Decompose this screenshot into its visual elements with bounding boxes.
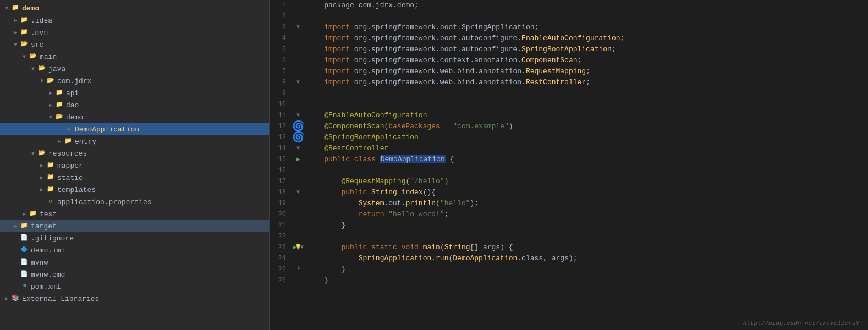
code-line-20: 20 return "hello word!"; — [270, 209, 868, 220]
code-line-22: 22 — [270, 231, 868, 242]
line-content-6: import org.springframework.context.annot… — [305, 55, 868, 66]
line-content-20: return "hello word!"; — [305, 209, 868, 220]
tree-item-pomxml[interactable]: m pom.xml — [0, 280, 269, 293]
templates-folder-icon: 📁 — [46, 185, 55, 194]
dao-folder-icon: 📁 — [55, 101, 64, 109]
tree-root[interactable]: 📁 demo — [0, 2, 269, 14]
tree-item-demoapplication[interactable]: ☕ DemoApplication — [0, 123, 269, 135]
resources-label: resources — [48, 150, 87, 158]
dao-arrow — [46, 102, 55, 108]
file-tree[interactable]: 📁 demo 📁 .idea 📁 .mvn 📂 src 📂 main 📂 jav… — [0, 0, 270, 330]
tree-item-mvn[interactable]: 📁 .mvn — [0, 26, 269, 38]
line-num-22: 22 — [270, 231, 292, 242]
tree-item-templates[interactable]: 📁 templates — [0, 184, 269, 196]
line-num-16: 16 — [270, 165, 292, 176]
templates-label: templates — [57, 186, 96, 194]
idea-label: .idea — [31, 16, 52, 25]
demoiML-icon: 🔷 — [20, 246, 29, 255]
mapper-label: mapper — [57, 162, 83, 170]
fold-25[interactable]: └ — [296, 264, 300, 275]
src-label: src — [31, 41, 43, 49]
target-arrow — [11, 223, 20, 229]
fold-11[interactable]: ▼ — [296, 110, 300, 121]
fold-23[interactable]: ▼ — [300, 242, 304, 253]
line-num-24: 24 — [270, 253, 292, 264]
tree-item-demo-folder[interactable]: 📂 demo — [0, 111, 269, 123]
tree-item-comjdrx[interactable]: 📂 com.jdrx — [0, 75, 269, 87]
mvnwcmd-label: mvnw.cmd — [31, 271, 65, 279]
code-line-23: 23 ▶ ▼ 💡 public static void main(String[… — [270, 242, 868, 253]
gutter-14: ▼ — [292, 143, 305, 154]
gutter-25: └ — [292, 264, 305, 275]
pomxml-icon: m — [20, 282, 29, 291]
comjdrx-label: com.jdrx — [57, 77, 91, 85]
java-label: java — [48, 65, 65, 73]
line-num-2: 2 — [270, 11, 292, 22]
watermark: http://blog.csdn.net/travellersY — [743, 320, 859, 327]
demo-folder-icon: 📂 — [55, 113, 64, 122]
tree-item-dao[interactable]: 📁 dao — [0, 99, 269, 111]
mvn-arrow — [11, 29, 20, 36]
demo-folder-arrow — [46, 114, 55, 120]
target-label: target — [31, 222, 57, 230]
line-content-8: import org.springframework.web.bind.anno… — [305, 77, 868, 88]
fold-14[interactable]: ▼ — [296, 143, 300, 154]
code-editor[interactable]: 1 package com.jdrx.demo; 2 3 ▼ import or… — [270, 0, 868, 330]
tree-item-mvnw[interactable]: 📄 mvnw — [0, 256, 269, 268]
ext-libs-arrow — [2, 295, 11, 302]
line-num-11: 11 — [270, 110, 292, 121]
tree-item-mapper[interactable]: 📁 mapper — [0, 160, 269, 172]
fold-8[interactable]: ▼ — [296, 77, 300, 88]
code-line-9: 9 — [270, 88, 868, 99]
api-folder-icon: 📁 — [55, 89, 64, 97]
comjdrx-arrow — [37, 78, 46, 84]
tree-item-main[interactable]: 📂 main — [0, 51, 269, 63]
tree-item-idea[interactable]: 📁 .idea — [0, 14, 269, 26]
tree-item-src[interactable]: 📂 src — [0, 38, 269, 51]
tree-item-test[interactable]: 📁 test — [0, 208, 269, 220]
code-line-18: 18 ▼ public String index(){ — [270, 187, 868, 198]
code-content-area: 1 package com.jdrx.demo; 2 3 ▼ import or… — [270, 0, 868, 330]
fold-3[interactable]: ▼ — [296, 22, 300, 33]
fold-18[interactable]: ▼ — [296, 187, 300, 198]
line-num-8: 8 — [270, 77, 292, 88]
demoapplication-icon: ☕ — [64, 125, 73, 134]
entry-folder-icon: 📁 — [64, 137, 73, 146]
tree-item-java[interactable]: 📂 java — [0, 63, 269, 75]
line-content-9 — [305, 88, 868, 99]
static-arrow — [37, 174, 46, 181]
code-line-14: 14 ▼ @RestController — [270, 143, 868, 154]
tree-item-mvnwcmd[interactable]: 📄 mvnw.cmd — [0, 268, 269, 280]
demo-folder-label: demo — [66, 113, 83, 122]
line-content-15: public class DemoApplication { — [305, 154, 868, 165]
line-content-1: package com.jdrx.demo; — [305, 0, 868, 11]
line-content-13: @SpringBootApplication — [305, 132, 868, 143]
gitignore-label: .gitignore — [31, 234, 74, 243]
tree-item-demoiML[interactable]: 🔷 demo.iml — [0, 244, 269, 256]
line-content-19: System.out.println("hello"); — [305, 198, 868, 209]
main-folder-icon: 📂 — [29, 52, 37, 61]
run-icon-15[interactable]: ▶ — [296, 154, 300, 165]
gutter-13: 🌀 — [292, 133, 305, 142]
tree-item-static[interactable]: 📁 static — [0, 172, 269, 184]
code-line-5: 5 import org.springframework.boot.autoco… — [270, 44, 868, 55]
tree-item-external-libs[interactable]: 📚 External Libraries — [0, 293, 269, 305]
code-line-13: 13 🌀 @SpringBootApplication — [270, 132, 868, 143]
tree-item-api[interactable]: 📁 api — [0, 87, 269, 99]
line-content-14: @RestController — [305, 143, 868, 154]
mvn-folder-icon: 📁 — [20, 28, 29, 37]
demoapplication-label: DemoApplication — [75, 125, 139, 134]
tree-item-target[interactable]: 📁 target — [0, 220, 269, 232]
target-folder-icon: 📁 — [20, 222, 29, 230]
tree-item-entry[interactable]: 📁 entry — [0, 135, 269, 147]
run-icon-23[interactable]: ▶ — [293, 242, 296, 253]
mvnw-label: mvnw — [31, 258, 48, 267]
line-content-18: public String index(){ — [305, 187, 868, 198]
test-label: test — [40, 210, 57, 218]
tree-item-resources[interactable]: 📂 resources — [0, 147, 269, 160]
code-line-15: 15 ▶ public class DemoApplication { — [270, 154, 868, 165]
tree-item-application-properties[interactable]: ⚙ application.properties — [0, 196, 269, 208]
line-content-10 — [305, 99, 868, 110]
code-line-7: 7 import org.springframework.web.bind.an… — [270, 66, 868, 77]
tree-item-gitignore[interactable]: 📄 .gitignore — [0, 232, 269, 244]
